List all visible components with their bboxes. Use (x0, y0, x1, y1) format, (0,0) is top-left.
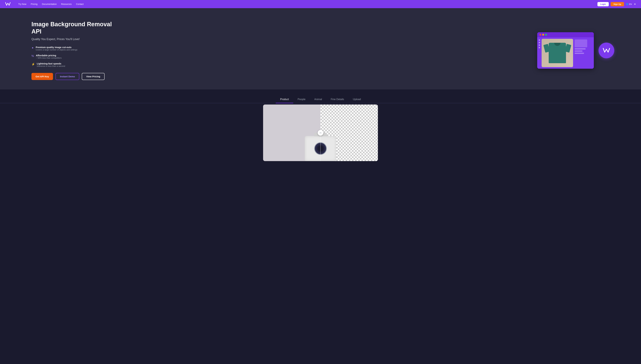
hero-left: Image Background Removal API Quality You… (32, 21, 113, 80)
window-body (537, 37, 594, 69)
feature-pricing-desc: ~ 50% less than competitors (36, 57, 62, 59)
demo-window (537, 32, 594, 69)
feature-speed-icon: ⚡ (32, 62, 35, 66)
sidebar-tool-2 (539, 42, 540, 43)
shirt-collar (554, 43, 560, 46)
window-dot-green (545, 34, 547, 36)
window-bar-1 (575, 48, 586, 50)
tab-animal[interactable]: Animal (310, 96, 326, 103)
nav-link-resources[interactable]: Resources (61, 3, 72, 5)
window-preview-box (575, 40, 587, 47)
window-sidebar (539, 39, 540, 67)
feature-speed-text: Lightning-fast speeds Inference in less … (37, 62, 65, 67)
hero-right (537, 32, 609, 69)
feature-pricing-text: Affordable pricing ~ 50% less than compe… (36, 54, 62, 59)
feature-pricing-icon: % (32, 54, 34, 58)
demo-tabs: Product People Animal Fine Details Uploa… (0, 96, 641, 103)
nav-link-try-now[interactable]: Try Now (18, 3, 27, 5)
sidebar-tool-1 (539, 40, 540, 41)
feature-pricing: % Affordable pricing ~ 50% less than com… (32, 54, 113, 59)
theme-toggle[interactable]: ☀ (634, 3, 636, 6)
signup-button[interactable]: Sign Up (611, 2, 624, 6)
tab-fine-details[interactable]: Fine Details (326, 96, 348, 103)
hero-brand-circle (598, 42, 614, 58)
instant-demo-button[interactable]: Instant Demo (56, 73, 79, 80)
window-dot-red (539, 34, 541, 36)
hero-features-list: ✦ Premium quality image cut-outs Covers … (32, 46, 113, 67)
sidebar-tool-3 (539, 44, 540, 46)
nav-link-contact[interactable]: Contact (76, 3, 84, 5)
window-bar-2 (575, 50, 582, 52)
window-titlebar (537, 32, 594, 37)
feature-pricing-title: Affordable pricing (36, 54, 62, 57)
nav-logo[interactable] (5, 2, 11, 6)
language-selector[interactable]: 🌐 EN (626, 3, 632, 5)
shirt-sleeve-left (543, 44, 550, 53)
language-label: EN (629, 3, 632, 5)
demo-image-area: ↔ (0, 103, 641, 161)
tab-upload[interactable]: Upload (348, 96, 365, 103)
window-right-panel (575, 39, 587, 67)
nav-links: Try Now Pricing Documentation Resources … (18, 3, 597, 5)
navbar: Try Now Pricing Documentation Resources … (0, 0, 641, 8)
feature-speed: ⚡ Lightning-fast speeds Inference in les… (32, 62, 113, 67)
language-icon: 🌐 (626, 3, 628, 5)
demo-image-container: ↔ (263, 104, 378, 161)
hero-subtitle: Quality You Expect, Prices You'll Love! (32, 38, 113, 41)
window-bar-3 (575, 53, 584, 54)
login-button[interactable]: Login (597, 2, 608, 6)
feature-premium-text: Premium quality image cut-outs Covers a … (36, 46, 77, 51)
tab-people[interactable]: People (293, 96, 310, 103)
feature-speed-desc: Inference in less than a second (37, 65, 65, 67)
nav-right: Login Sign Up 🌐 EN ☀ (597, 2, 636, 6)
feature-premium-icon: ✦ (32, 46, 34, 50)
get-api-key-button[interactable]: Get API Key (32, 73, 53, 80)
feature-premium-title: Premium quality image cut-outs (36, 46, 77, 48)
nav-link-pricing[interactable]: Pricing (31, 3, 38, 5)
feature-premium-desc: Covers a large number of objects and set… (36, 48, 77, 51)
feature-premium: ✦ Premium quality image cut-outs Covers … (32, 46, 113, 51)
feature-speed-title: Lightning-fast speeds (37, 62, 65, 65)
view-pricing-button[interactable]: View Pricing (82, 73, 105, 80)
shirt-shape (549, 43, 566, 63)
hero-section: Image Background Removal API Quality You… (0, 8, 641, 90)
hero-title: Image Background Removal API (32, 21, 113, 35)
window-dot-yellow (542, 34, 544, 36)
shirt-preview (542, 39, 573, 67)
demo-divider-handle[interactable]: ↔ (318, 130, 323, 136)
nav-link-documentation[interactable]: Documentation (42, 3, 57, 5)
shirt-sleeve-right (565, 44, 571, 53)
sidebar-tool-4 (539, 47, 540, 48)
hero-buttons: Get API Key Instant Demo View Pricing (32, 73, 113, 80)
tab-product[interactable]: Product (276, 96, 293, 103)
demo-section: Product People Animal Fine Details Uploa… (0, 90, 641, 161)
